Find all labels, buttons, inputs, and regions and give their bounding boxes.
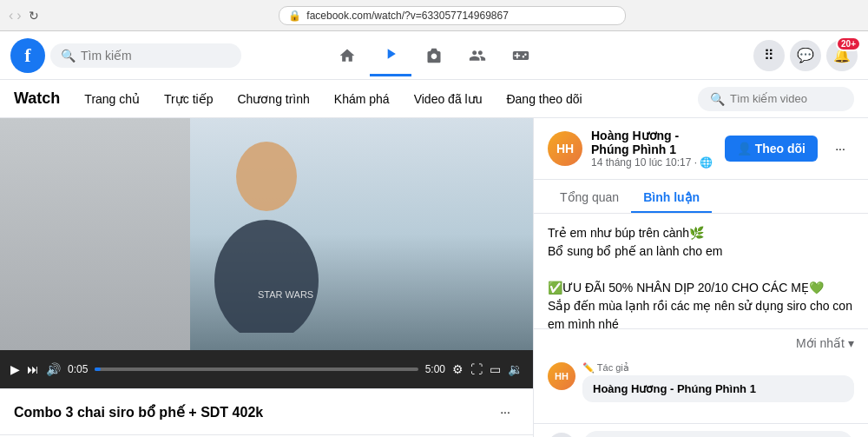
comments-section: Mới nhất ▾ HH ✏️ Tác giả Hoàng Hương - P… — [534, 328, 868, 423]
nav-right: ⠿ 💬 🔔 20+ — [753, 40, 858, 71]
commenter-avatar: HH — [548, 362, 575, 390]
nav-arrows: ‹ › — [9, 8, 22, 23]
svg-point-0 — [236, 142, 297, 211]
nav-gaming-button[interactable] — [500, 35, 542, 76]
volume-button[interactable]: 🔊 — [46, 362, 61, 376]
facebook-logo[interactable]: f — [10, 38, 45, 73]
follow-icon: 👤 — [737, 142, 752, 156]
total-time: 5:00 — [425, 363, 445, 375]
video-person-silhouette: STAR WARS — [180, 124, 353, 333]
tabs-row: Tổng quan Bình luận — [534, 180, 868, 214]
video-player[interactable]: STAR WARS — [0, 118, 533, 350]
speaker-button[interactable]: 🔉 — [508, 362, 523, 376]
fb-logo-letter: f — [24, 44, 30, 67]
browser-chrome: ‹ › ↻ 🔒 facebook.com/watch/?v=6330577149… — [0, 0, 868, 31]
watch-nav-live[interactable]: Trực tiếp — [154, 85, 223, 113]
more-options-button[interactable]: ··· — [491, 398, 519, 426]
svg-text:STAR WARS: STAR WARS — [258, 289, 313, 300]
url-text: facebook.com/watch/?v=633057714969867 — [306, 10, 509, 22]
post-content: Trẻ em như búp trên cành🌿 Bổ sung bổ phế… — [534, 214, 868, 328]
watch-navigation-bar: Watch Trang chủ Trực tiếp Chương trình K… — [0, 80, 868, 118]
nav-home-button[interactable] — [326, 35, 368, 76]
forward-arrow[interactable]: › — [16, 8, 21, 23]
nav-left: f 🔍 — [10, 38, 241, 73]
tab-comments[interactable]: Bình luận — [631, 183, 712, 213]
notifications-button[interactable]: 🔔 20+ — [826, 40, 858, 71]
video-title-row: Combo 3 chai siro bổ phế + SDT 402k ··· — [14, 398, 519, 426]
search-icon: 🔍 — [61, 49, 76, 63]
nav-center — [326, 35, 542, 76]
comment-input-box[interactable]: Viết bình luận... 🙂 GIF 🎭 — [582, 431, 854, 437]
video-frame: STAR WARS — [0, 118, 533, 350]
watch-title: Watch — [14, 89, 60, 108]
sort-button[interactable]: Mới nhất ▾ — [796, 336, 854, 350]
back-arrow[interactable]: ‹ — [9, 8, 13, 23]
main-content: STAR WARS ▶ ⏭ 🔊 0:05 5:00 ⚙ ⛶ ▭ 🔉 Combo … — [0, 118, 868, 437]
reload-button[interactable]: ↻ — [29, 9, 39, 23]
svg-point-1 — [214, 220, 319, 333]
lock-icon: 🔒 — [288, 10, 301, 22]
author-tag-icon: ✏️ — [582, 362, 597, 373]
channel-info: HH Hoàng Hương - Phúng Phình 1 14 tháng … — [534, 118, 868, 180]
global-search-box[interactable]: 🔍 — [50, 43, 241, 68]
top-navigation: f 🔍 ⠿ 💬 🔔 20+ — [0, 31, 868, 80]
comment-bubble: Hoàng Hương - Phúng Phình 1 — [582, 375, 854, 402]
comment-item: HH ✏️ Tác giả Hoàng Hương - Phúng Phình … — [534, 357, 868, 407]
progress-fill — [95, 367, 100, 371]
global-search-input[interactable] — [81, 49, 231, 63]
author-tag-label: Tác giả — [597, 362, 629, 373]
notification-badge: 20+ — [836, 36, 861, 51]
watch-search-box[interactable]: 🔍 — [698, 87, 854, 111]
watch-search-icon: 🔍 — [710, 92, 725, 106]
channel-options-button[interactable]: ··· — [826, 135, 854, 162]
address-bar[interactable]: 🔒 facebook.com/watch/?v=633057714969867 — [279, 6, 626, 25]
post-line-3: ✅ƯU ĐÃI 50% NHÂN DỊP 20/10 CHO CÁC MẸ💚 — [548, 279, 854, 297]
comment-input-row: Viết bình luận... 🙂 GIF 🎭 — [534, 423, 868, 437]
sort-chevron-icon: ▾ — [848, 336, 854, 350]
current-time: 0:05 — [68, 363, 88, 375]
nav-watch-button[interactable] — [370, 35, 411, 76]
watch-nav-following[interactable]: Đang theo dõi — [496, 85, 592, 113]
post-line-4: Sắp đến mùa lạnh rồi các mẹ nên sử dụng … — [548, 297, 854, 328]
commenter-avatar-text: HH — [555, 371, 569, 381]
post-line-2: Bổ sung bổ phế an lành cho em — [548, 242, 854, 261]
right-panel: HH Hoàng Hương - Phúng Phình 1 14 tháng … — [534, 118, 868, 437]
fullscreen-button[interactable]: ⛶ — [470, 362, 483, 376]
progress-bar[interactable] — [95, 367, 418, 371]
comment-author-name: Hoàng Hương - Phúng Phình 1 — [593, 382, 844, 395]
comments-header: Mới nhất ▾ — [534, 329, 868, 357]
follow-label: Theo dõi — [755, 142, 806, 156]
tab-overview[interactable]: Tổng quan — [548, 183, 631, 213]
video-title: Combo 3 chai siro bổ phế + SDT 402k — [14, 404, 263, 420]
channel-avatar[interactable]: HH — [548, 131, 582, 166]
avatar-initials: HH — [548, 131, 582, 166]
video-info: Combo 3 chai siro bổ phế + SDT 402k ··· — [0, 388, 533, 434]
video-left-panel — [0, 118, 191, 350]
settings-icon[interactable]: ⚙ — [452, 362, 464, 376]
watch-nav-saved[interactable]: Video đã lưu — [404, 85, 493, 113]
play-button[interactable]: ▶ — [10, 362, 20, 376]
comment-body: ✏️ Tác giả Hoàng Hương - Phúng Phình 1 — [582, 362, 854, 402]
watch-search-input[interactable] — [730, 92, 842, 105]
video-controls[interactable]: ▶ ⏭ 🔊 0:05 5:00 ⚙ ⛶ ▭ 🔉 — [0, 350, 533, 388]
skip-forward-button[interactable]: ⏭ — [27, 362, 39, 376]
channel-meta: 14 tháng 10 lúc 10:17 · 🌐 — [591, 156, 716, 169]
messenger-button[interactable]: 💬 — [790, 40, 821, 71]
sort-label: Mới nhất — [796, 336, 845, 350]
post-line-1: Trẻ em như búp trên cành🌿 — [548, 224, 854, 242]
watch-nav-home[interactable]: Trang chủ — [74, 85, 150, 113]
watch-nav-shows[interactable]: Chương trình — [227, 85, 319, 113]
follow-button[interactable]: 👤 Theo dõi — [725, 136, 818, 162]
nav-marketplace-button[interactable] — [413, 35, 455, 76]
watch-nav-discover[interactable]: Khám phá — [324, 85, 400, 113]
pip-button[interactable]: ▭ — [490, 362, 501, 376]
author-tag: ✏️ Tác giả — [582, 362, 854, 374]
channel-name[interactable]: Hoàng Hương - Phúng Phình 1 — [591, 129, 716, 156]
nav-groups-button[interactable] — [457, 35, 498, 76]
channel-details: Hoàng Hương - Phúng Phình 1 14 tháng 10 … — [591, 129, 716, 169]
ctrl-right: ⚙ ⛶ ▭ 🔉 — [452, 362, 523, 376]
user-avatar-input — [548, 433, 575, 438]
apps-button[interactable]: ⠿ — [753, 40, 785, 71]
video-section: STAR WARS ▶ ⏭ 🔊 0:05 5:00 ⚙ ⛶ ▭ 🔉 Combo … — [0, 118, 534, 437]
